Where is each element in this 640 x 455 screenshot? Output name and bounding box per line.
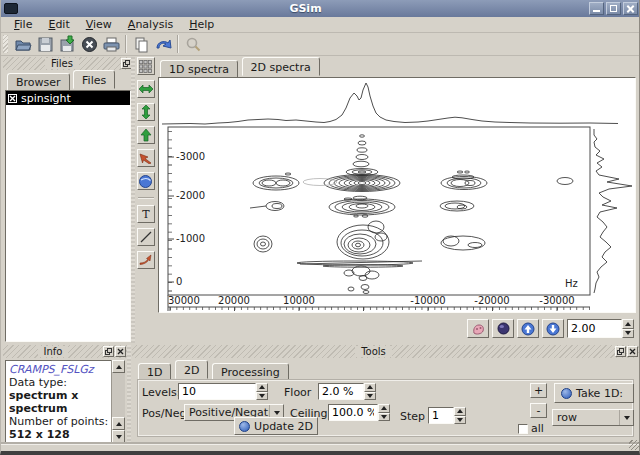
scale-down-spin[interactable] [622,329,634,339]
tab-2d[interactable]: 2D [175,360,208,379]
contour-levels-button[interactable] [492,319,514,338]
step-down[interactable] [454,416,466,425]
tools-dock-label: Tools [355,346,392,357]
spectra-tab-bar: 1D spectra 2D spectra [156,57,638,77]
maximize-button[interactable] [606,2,621,15]
title-bar[interactable]: GSim [1,0,640,17]
fit-width-button[interactable] [137,80,155,98]
spectra-canvas: 1D spectra 2D spectra [156,57,638,343]
scroll-down-button[interactable] [112,430,125,443]
step-input[interactable] [428,407,454,424]
scale-up-button[interactable] [137,126,155,144]
intensity-up-button[interactable] [517,319,539,338]
scroll-up-button-2[interactable] [112,417,125,430]
intensity-down-button[interactable] [542,319,564,338]
print-icon [102,36,121,53]
line-tool-button[interactable] [137,228,155,246]
ceiling-down[interactable] [378,413,390,422]
menu-file[interactable]: File [7,17,39,32]
step-up[interactable] [454,407,466,416]
status-bar [1,444,640,451]
print-button[interactable] [100,34,122,55]
text-tool-button[interactable]: T [137,205,155,223]
copy-button[interactable] [130,34,152,55]
floor-up[interactable] [364,383,376,392]
tools-float-button[interactable] [615,346,626,357]
globe-button[interactable] [137,172,155,190]
open-button[interactable] [12,34,34,55]
ceiling-spinbox [328,404,390,421]
x-tick-label: 30000 [168,295,200,306]
levels-down[interactable] [256,392,268,401]
scale-up-spin[interactable] [622,319,634,329]
bottom-splitter[interactable] [127,345,131,445]
scale-factor-input[interactable] [567,319,622,338]
scroll-track[interactable] [112,373,125,417]
dropdown-arrow-icon [619,410,633,425]
floor-label: Floor [284,386,311,399]
minimize-button[interactable] [589,2,604,15]
info-dock-title[interactable]: Info [3,345,127,358]
undo-icon [154,37,173,52]
info-float-button[interactable] [103,346,114,357]
info-scrollbar[interactable] [111,360,125,443]
grid-button[interactable] [137,57,155,75]
all-checkbox-group[interactable]: all [518,422,544,435]
menu-edit[interactable]: Edit [41,17,76,32]
spectrum-2d-plot[interactable]: -3000 -2000 -1000 0 30000 20000 10000 -1… [160,79,634,311]
x-tick-label: -30000 [539,295,574,306]
save-icon [37,36,54,53]
all-checkbox[interactable] [518,424,528,434]
save-as-button[interactable] [56,34,78,55]
menu-help[interactable]: Help [182,17,221,32]
top-projection [162,83,618,124]
plot-box [168,127,590,295]
take-1d-button[interactable]: Take 1D: [554,383,634,403]
y-tick-label: -2000 [176,190,205,201]
levels-input[interactable] [178,383,256,400]
tools-dock: Tools 1D 2D Processing Levels: Floor [132,345,639,445]
fit-height-button[interactable] [137,103,155,121]
toolbar-separator-2 [177,35,179,53]
tab-browser[interactable]: Browser [7,73,70,91]
posneg-label: Pos/Neg [142,407,186,420]
scroll-up-button[interactable] [112,360,125,373]
floor-spinbox [318,383,376,400]
files-list[interactable]: spinsight [5,90,131,342]
arrow-tool-button[interactable] [137,251,155,269]
tab-1d-spectra[interactable]: 1D spectra [160,60,238,78]
search-icon [185,36,202,53]
toolbar-drag-handle[interactable] [3,35,8,53]
resize-grip[interactable] [629,440,639,450]
floor-input[interactable] [318,383,364,400]
menu-analysis[interactable]: Analysis [121,17,180,32]
undo-button[interactable] [152,34,174,55]
list-item-spinsight[interactable]: spinsight [6,91,130,105]
zoom-in-button[interactable]: + [530,383,547,398]
floor-down[interactable] [364,392,376,401]
close-button[interactable] [623,2,638,15]
ceiling-input[interactable] [328,404,378,421]
update-icon [239,421,250,432]
y-tick-label: 0 [176,276,182,287]
pick-button[interactable] [137,149,155,167]
tools-close-button[interactable] [627,346,638,357]
y-tick-label: -1000 [176,233,205,244]
update-2d-button[interactable]: Update 2D [234,417,318,435]
tab-2d-spectra[interactable]: 2D spectra [242,57,320,76]
info-close-button[interactable] [115,346,126,357]
contour-settings-button[interactable] [467,319,489,338]
grid-icon [139,60,152,73]
close-file-button[interactable] [78,34,100,55]
close-icon [117,348,124,355]
menu-view[interactable]: View [79,17,119,32]
ceiling-up[interactable] [378,404,390,413]
zoom-out-button[interactable]: - [530,403,547,418]
slice-mode-combobox[interactable]: row [552,409,634,426]
tools-dock-title[interactable]: Tools [132,345,639,358]
files-dock-title[interactable]: Files [3,57,133,70]
tab-files[interactable]: Files [73,70,115,89]
search-button[interactable] [182,34,204,55]
save-button[interactable] [34,34,56,55]
levels-up[interactable] [256,383,268,392]
